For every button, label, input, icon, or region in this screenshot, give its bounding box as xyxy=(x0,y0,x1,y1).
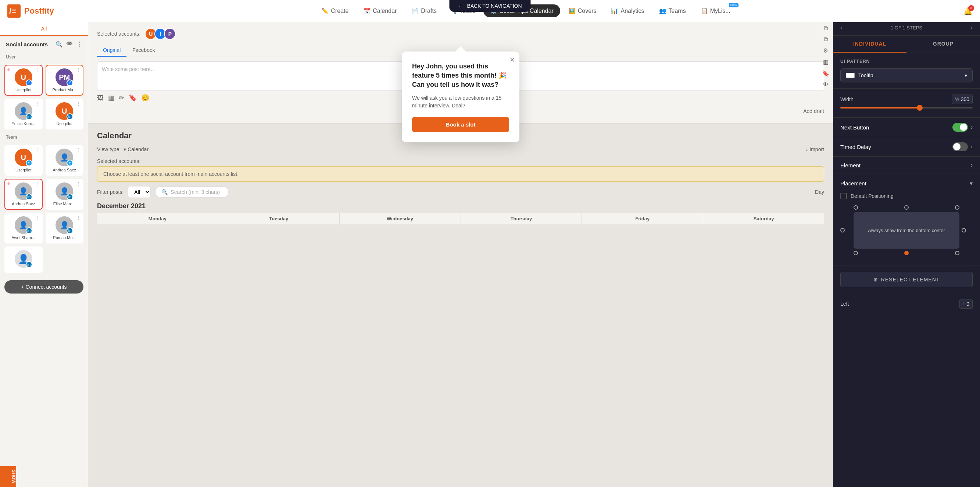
nav-item-covers[interactable]: 🖼️ Covers xyxy=(562,5,603,17)
month-title: December 2021 xyxy=(97,202,824,210)
pos-dot-top-right[interactable] xyxy=(955,205,959,210)
connect-accounts-button[interactable]: + Connect accounts xyxy=(5,280,83,294)
account-menu[interactable]: ⋮ xyxy=(76,67,81,73)
account-card-emilia[interactable]: ⋮ 👤 in Emilia Korc... xyxy=(5,99,43,129)
filter-select[interactable]: All xyxy=(128,186,151,198)
account-avatar: 👤 t xyxy=(56,148,73,166)
settings-icon[interactable]: ⚙ xyxy=(823,47,828,54)
left-input[interactable]: L 0 xyxy=(959,299,973,308)
width-slider[interactable] xyxy=(840,107,973,109)
account-menu[interactable]: ⋮ xyxy=(35,67,40,73)
notification-bell[interactable]: 🔔 3 xyxy=(964,6,973,16)
day-wednesday: Wednesday xyxy=(340,213,461,224)
pos-dot-bot-right[interactable] xyxy=(955,251,959,255)
timed-delay-chevron[interactable]: › xyxy=(971,144,973,150)
tab-original[interactable]: Original xyxy=(97,44,126,57)
toggle-thumb xyxy=(960,124,967,131)
account-card-andrea-li[interactable]: ⚠ ⋮ 👤 in Andrea Saez xyxy=(5,179,43,210)
day-view-button[interactable]: Day xyxy=(815,189,824,195)
width-input[interactable]: W 300 xyxy=(952,94,973,104)
copy-icon[interactable]: ⧉ xyxy=(824,25,828,32)
account-menu[interactable]: ⋮ xyxy=(35,215,40,221)
next-button-chevron[interactable]: › xyxy=(971,124,973,131)
notification-badge: 3 xyxy=(968,5,974,11)
placement-chevron[interactable]: ▾ xyxy=(970,180,973,187)
nav-item-create[interactable]: ✏️ Create xyxy=(315,5,355,17)
duplicate-icon[interactable]: ⧉ xyxy=(824,36,828,43)
sel-avatar-3: P xyxy=(164,28,176,40)
tooltip-close-button[interactable]: ✕ xyxy=(509,56,515,64)
account-menu[interactable]: ⋮ xyxy=(76,215,81,221)
view-type-select[interactable]: ▾ Calendar xyxy=(124,146,148,152)
back-bar[interactable]: ← BACK TO NAVIGATION xyxy=(449,0,530,12)
account-menu[interactable]: ⋮ xyxy=(76,181,81,187)
nav-item-calendar[interactable]: 📅 Calendar xyxy=(356,5,403,17)
account-name: Andrea Saez xyxy=(8,201,39,206)
account-card-userpilot[interactable]: ⚠ ⋮ U f Userpilot xyxy=(5,65,43,96)
next-button-toggle[interactable] xyxy=(953,123,968,132)
pencil-icon[interactable]: ✏ xyxy=(119,94,124,102)
reselect-element-button[interactable]: ⊕ RESELECT ELEMENT xyxy=(840,272,973,287)
calendar-header: Monday Tuesday Wednesday Thursday Friday… xyxy=(97,213,824,224)
account-grid-user: ⚠ ⋮ U f Userpilot ⋮ PM f Product Ma... ⋮… xyxy=(0,62,88,133)
account-card-awni[interactable]: ⋮ 👤 in Awni Sham... xyxy=(5,212,43,244)
bookmark2-icon[interactable]: 🔖 xyxy=(129,94,137,102)
show-button[interactable]: SHOW xyxy=(0,466,16,487)
search-icon[interactable]: 🔍 xyxy=(56,41,63,48)
timed-delay-toggle[interactable] xyxy=(953,142,968,151)
prev-step-arrow[interactable]: ‹ xyxy=(840,24,842,31)
account-card-more[interactable]: 👤 in xyxy=(5,246,43,273)
search-input-calendar[interactable]: 🔍 Search (min. 3 chars) xyxy=(155,187,229,198)
tab-individual[interactable]: INDIVIDUAL xyxy=(833,36,907,53)
account-card-userpilot-tw[interactable]: ⋮ U t Userpilot xyxy=(5,145,43,176)
account-menu[interactable]: ⋮ xyxy=(35,147,40,153)
account-menu[interactable]: ⋮ xyxy=(35,101,40,107)
day-monday: Monday xyxy=(97,213,218,224)
image-icon[interactable]: 🖼 xyxy=(97,94,103,102)
social-badge: in xyxy=(26,261,32,268)
tab-all[interactable]: All xyxy=(0,22,88,36)
logo-area: /= Postfity xyxy=(0,5,88,18)
tooltip-cta-button[interactable]: Book a slot xyxy=(412,117,509,132)
pos-dot-top-left-inner[interactable] xyxy=(854,205,858,210)
account-card-userpilot-li[interactable]: ⋮ U in Userpilot xyxy=(46,99,84,129)
account-card-roman[interactable]: ⋮ 👤 in Roman Mo... xyxy=(46,212,84,244)
account-menu[interactable]: ⋮ xyxy=(76,147,81,153)
account-name: Roman Mo... xyxy=(49,235,80,240)
nav-item-drafts[interactable]: 📄 Drafts xyxy=(405,5,443,17)
toggle-thumb-delay xyxy=(953,143,961,150)
grid-icon[interactable]: ▦ xyxy=(823,59,829,65)
group-label-user: User xyxy=(0,52,88,62)
nav-right: 🔔 3 xyxy=(964,6,980,16)
element-row[interactable]: Element › xyxy=(833,157,980,174)
account-card-andrea-tw[interactable]: ⋮ 👤 t Andrea Saez xyxy=(46,145,84,176)
nav-item-analytics[interactable]: 📊 Analytics xyxy=(605,5,651,17)
pos-dot-mid-left[interactable] xyxy=(840,228,845,233)
bookmark-icon[interactable]: 🔖 xyxy=(822,70,829,77)
account-card-product-ma[interactable]: ⋮ PM f Product Ma... xyxy=(46,65,84,96)
import-button[interactable]: ↓ Import xyxy=(805,146,824,152)
tab-group[interactable]: GROUP xyxy=(907,36,980,53)
eye-icon[interactable]: 👁 xyxy=(67,41,72,48)
pos-dot-top-center[interactable] xyxy=(904,205,909,210)
more-icon[interactable]: ⋮ xyxy=(76,41,82,48)
default-positioning-checkbox[interactable] xyxy=(840,193,847,200)
account-menu[interactable]: ⋮ xyxy=(35,181,40,187)
emoji-icon[interactable]: 😊 xyxy=(141,94,149,102)
account-menu[interactable]: ⋮ xyxy=(76,101,81,107)
social-badge: t xyxy=(26,160,32,166)
account-card-elise[interactable]: ⋮ 👤 in Elise Mare... xyxy=(46,179,84,210)
pos-dot-mid-right[interactable] xyxy=(962,228,966,233)
account-grid-team: ⋮ U t Userpilot ⋮ 👤 t Andrea Saez ⚠ ⋮ 👤 … xyxy=(0,142,88,276)
next-step-arrow[interactable]: › xyxy=(971,24,973,31)
pos-dot-bot-center[interactable] xyxy=(904,251,909,255)
tab-facebook[interactable]: Facebook xyxy=(126,44,161,57)
eye2-icon[interactable]: 👁 xyxy=(822,81,829,88)
nav-item-mylis[interactable]: 📋 MyLis... New xyxy=(694,5,737,17)
grid2-icon[interactable]: ▦ xyxy=(108,94,115,102)
ui-pattern-select[interactable]: Tooltip ▾ xyxy=(840,69,973,82)
pos-dot-bot-left[interactable] xyxy=(854,251,858,255)
pos-center-box: Always show from the bottom center xyxy=(854,212,959,249)
nav-item-teams[interactable]: 👥 Teams xyxy=(652,5,692,17)
width-slider-thumb[interactable] xyxy=(917,105,923,111)
